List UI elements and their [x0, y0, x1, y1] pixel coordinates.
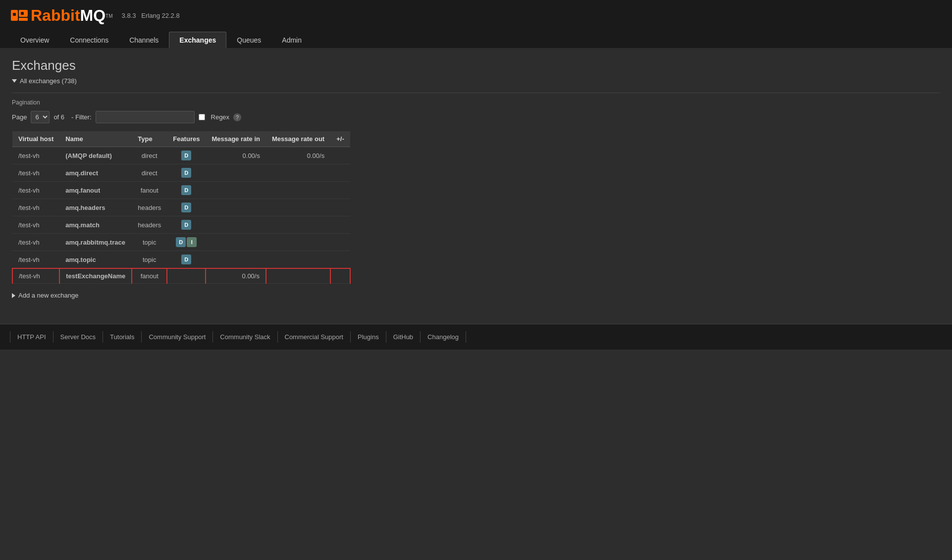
table-row: /test-vhamq.directdirectD: [12, 164, 350, 182]
table-header-row: Virtual host Name Type Features Message …: [12, 131, 350, 147]
nav-tab-channels[interactable]: Channels: [119, 32, 169, 48]
main-content: Exchanges All exchanges (738) Pagination…: [0, 48, 952, 324]
exchanges-table: Virtual host Name Type Features Message …: [12, 131, 351, 284]
footer-link-server-docs[interactable]: Server Docs: [53, 331, 104, 343]
cell-type: direct: [132, 164, 167, 182]
logo-tm: TM: [106, 13, 112, 19]
add-exchange-toggle[interactable]: Add a new exchange: [12, 292, 940, 299]
all-exchanges-toggle[interactable]: All exchanges (738): [12, 77, 940, 85]
collapse-icon: [12, 79, 17, 83]
cell-features: D: [167, 182, 206, 199]
cell-features: DI: [167, 234, 206, 251]
filter-input[interactable]: [96, 111, 195, 123]
version-info: 3.8.3 Erlang 22.2.8: [122, 12, 180, 19]
expand-icon: [12, 293, 15, 298]
cell-actions: [330, 182, 350, 199]
col-header-type: Type: [132, 131, 167, 147]
footer-link-http-api[interactable]: HTTP API: [10, 331, 53, 343]
cell-actions: [330, 147, 350, 164]
cell-type: fanout: [132, 268, 167, 284]
cell-type: headers: [132, 199, 167, 216]
feature-badge-d: D: [181, 151, 191, 160]
page-select[interactable]: 1 2 3 4 5 6: [31, 111, 50, 123]
cell-features: D: [167, 251, 206, 269]
regex-checkbox[interactable]: [199, 114, 205, 120]
cell-virtual-host: /test-vh: [12, 164, 59, 182]
cell-name[interactable]: (AMQP default): [59, 147, 132, 164]
version-number: 3.8.3: [122, 12, 136, 19]
cell-virtual-host: /test-vh: [12, 182, 59, 199]
all-exchanges-label: All exchanges (738): [20, 77, 77, 85]
col-header-actions: +/-: [330, 131, 350, 147]
nav-tab-exchanges[interactable]: Exchanges: [169, 32, 226, 48]
cell-virtual-host: /test-vh: [12, 234, 59, 251]
footer: HTTP APIServer DocsTutorialsCommunity Su…: [0, 324, 952, 350]
table-row: /test-vhamq.headersheadersD: [12, 199, 350, 216]
footer-link-github[interactable]: GitHub: [386, 331, 421, 343]
page-label: Page: [12, 113, 27, 121]
cell-type: headers: [132, 216, 167, 234]
cell-msg-rate-in: [206, 164, 266, 182]
cell-msg-rate-out: [266, 234, 330, 251]
nav-tab-overview[interactable]: Overview: [10, 32, 59, 48]
nav-tab-queues[interactable]: Queues: [226, 32, 271, 48]
cell-actions: [330, 164, 350, 182]
cell-name[interactable]: amq.match: [59, 216, 132, 234]
footer-link-changelog[interactable]: Changelog: [421, 331, 466, 343]
cell-features: D: [167, 147, 206, 164]
cell-actions: [330, 216, 350, 234]
footer-link-commercial-support[interactable]: Commercial Support: [278, 331, 351, 343]
of-label: of 6: [53, 113, 64, 121]
col-header-virtual-host: Virtual host: [12, 131, 59, 147]
header: RabbitMQTM 3.8.3 Erlang 22.2.8 Overview …: [0, 0, 952, 48]
footer-link-plugins[interactable]: Plugins: [351, 331, 386, 343]
cell-msg-rate-out: 0.00/s: [266, 147, 330, 164]
cell-features: D: [167, 216, 206, 234]
cell-actions: [330, 251, 350, 269]
cell-name[interactable]: testExchangeName: [59, 268, 132, 284]
cell-name[interactable]: amq.direct: [59, 164, 132, 182]
cell-msg-rate-out: [266, 251, 330, 269]
logo-text: RabbitMQTM: [31, 6, 118, 25]
footer-link-community-support[interactable]: Community Support: [142, 331, 213, 343]
cell-msg-rate-out: [266, 199, 330, 216]
erlang-version: Erlang 22.2.8: [141, 12, 179, 19]
filter-label: - Filter:: [71, 113, 91, 121]
cell-type: topic: [132, 234, 167, 251]
cell-msg-rate-out: [266, 268, 330, 284]
footer-link-community-slack[interactable]: Community Slack: [213, 331, 277, 343]
table-row: /test-vh(AMQP default)directD0.00/s0.00/…: [12, 147, 350, 164]
cell-features: D: [167, 199, 206, 216]
cell-name[interactable]: amq.rabbitmq.trace: [59, 234, 132, 251]
regex-help-icon[interactable]: ?: [233, 113, 241, 121]
col-header-msg-rate-out: Message rate out: [266, 131, 330, 147]
table-body: /test-vh(AMQP default)directD0.00/s0.00/…: [12, 147, 350, 284]
nav-tab-admin[interactable]: Admin: [271, 32, 312, 48]
cell-name[interactable]: amq.headers: [59, 199, 132, 216]
cell-features: D: [167, 164, 206, 182]
cell-actions: [330, 234, 350, 251]
feature-badge-d: D: [176, 237, 186, 247]
cell-msg-rate-in: 0.00/s: [206, 147, 266, 164]
footer-link-tutorials[interactable]: Tutorials: [103, 331, 142, 343]
nav-tab-connections[interactable]: Connections: [59, 32, 119, 48]
cell-type: topic: [132, 251, 167, 269]
svg-rect-3: [13, 13, 16, 16]
cell-msg-rate-out: [266, 164, 330, 182]
cell-type: fanout: [132, 182, 167, 199]
pagination-label: Pagination: [12, 99, 940, 106]
feature-badge-d: D: [181, 255, 191, 264]
col-header-features: Features: [167, 131, 206, 147]
feature-badge-d: D: [181, 220, 191, 230]
pagination-section: Pagination Page 1 2 3 4 5 6 of 6 - Filte…: [12, 93, 940, 123]
regex-label: Regex: [211, 113, 230, 121]
cell-virtual-host: /test-vh: [12, 251, 59, 269]
cell-msg-rate-in: [206, 251, 266, 269]
cell-msg-rate-in: [206, 199, 266, 216]
cell-name[interactable]: amq.fanout: [59, 182, 132, 199]
feature-badge-d: D: [181, 168, 191, 178]
pagination-controls: Page 1 2 3 4 5 6 of 6 - Filter: Regex ?: [12, 111, 940, 123]
logo-mq: MQ: [80, 6, 106, 24]
cell-name[interactable]: amq.topic: [59, 251, 132, 269]
nav: Overview Connections Channels Exchanges …: [10, 32, 942, 48]
